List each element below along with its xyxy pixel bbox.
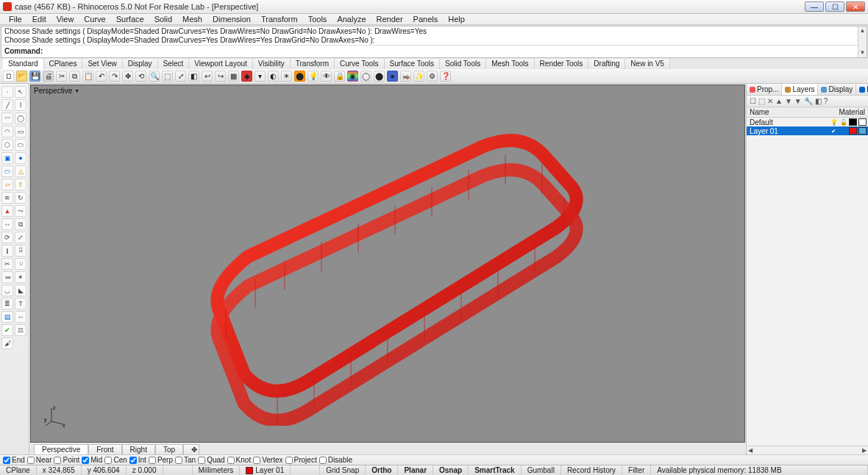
lightbulb-icon[interactable]: 💡: [307, 71, 319, 82]
join-icon[interactable]: ⫘: [1, 271, 13, 283]
tab-display[interactable]: Display: [123, 59, 158, 69]
zoom-extents-icon[interactable]: ⤢: [175, 71, 186, 82]
sweep-icon[interactable]: ⤳: [15, 205, 26, 217]
osnap-knot[interactable]: Knot: [227, 456, 252, 464]
menu-render[interactable]: Render: [371, 14, 408, 24]
array-icon[interactable]: ⠿: [15, 245, 26, 257]
layer-color-swatch[interactable]: [849, 118, 857, 126]
maximize-button[interactable]: ☐: [825, 1, 844, 12]
osnap-end[interactable]: End: [3, 456, 25, 464]
fillet-icon[interactable]: ◡: [1, 285, 13, 296]
tab-newinv5[interactable]: New in V5: [625, 59, 670, 69]
shade-toggle-icon[interactable]: ◯: [360, 71, 371, 82]
status-ortho[interactable]: Ortho: [366, 465, 398, 475]
cut-icon[interactable]: ✂: [56, 71, 67, 82]
split-icon[interactable]: ⑂: [15, 258, 26, 270]
lock-toggle-icon[interactable]: [839, 127, 847, 135]
undo-view-icon[interactable]: ↩: [202, 71, 213, 82]
cylinder-icon[interactable]: ⬭: [1, 165, 13, 177]
open-icon[interactable]: 📂: [16, 71, 27, 82]
tab-setview[interactable]: Set View: [82, 59, 122, 69]
material-swatch[interactable]: [858, 127, 867, 135]
tab-surfacetools[interactable]: Surface Tools: [385, 59, 440, 69]
layer-layer01[interactable]: Layer 01 ✔: [747, 126, 868, 135]
menu-analyze[interactable]: Analyze: [332, 14, 371, 24]
osnap-quad[interactable]: Quad: [198, 456, 224, 464]
viewport-label[interactable]: Perspective ▼: [34, 87, 79, 95]
status-units[interactable]: Millimeters: [193, 465, 241, 475]
cone-icon[interactable]: △: [15, 165, 26, 177]
paste-icon[interactable]: 📋: [82, 71, 93, 82]
text-icon[interactable]: T: [15, 298, 26, 310]
status-record[interactable]: Record History: [561, 465, 622, 475]
tab-cplanes[interactable]: CPlanes: [44, 59, 83, 69]
zoom-window-icon[interactable]: ⬚: [162, 71, 173, 82]
layer-down-icon[interactable]: ▼: [785, 97, 792, 105]
layer-up-icon[interactable]: ▲: [775, 97, 783, 105]
osnap-tan[interactable]: Tan: [175, 456, 196, 464]
four-viewports-icon[interactable]: ▦: [228, 71, 239, 82]
line-icon[interactable]: ╱: [1, 99, 13, 111]
ellipse-icon[interactable]: ⬭: [15, 139, 26, 151]
copy-tool-icon[interactable]: ⧉: [15, 218, 26, 230]
close-button[interactable]: ✕: [846, 1, 865, 12]
new-icon[interactable]: 🗋: [3, 71, 14, 82]
sphere-icon[interactable]: ●: [15, 152, 26, 164]
col-material[interactable]: Material: [833, 107, 868, 117]
osnap-vertex[interactable]: Vertex: [253, 456, 282, 464]
osnap-point[interactable]: Point: [54, 456, 79, 464]
dimension-tool-icon[interactable]: ↔: [15, 311, 26, 323]
rotate-icon[interactable]: ⟲: [135, 71, 146, 82]
filter-icon[interactable]: ⚙: [427, 71, 438, 82]
status-gridsnap[interactable]: Grid Snap: [320, 465, 366, 475]
undo-icon[interactable]: ↶: [96, 71, 107, 82]
tab-meshtools[interactable]: Mesh Tools: [486, 59, 534, 69]
filter-layers-icon[interactable]: ▼: [794, 97, 802, 105]
polyline-icon[interactable]: ⌇: [15, 99, 26, 111]
save-icon[interactable]: 💾: [29, 71, 40, 82]
osnap-mid[interactable]: Mid: [82, 456, 102, 464]
osnap-near[interactable]: Near: [27, 456, 52, 464]
tab-help[interactable]: Help: [856, 84, 868, 95]
layer-help-icon[interactable]: ?: [824, 97, 828, 105]
new-layer-icon[interactable]: ☐: [750, 97, 756, 105]
box-icon[interactable]: ▣: [1, 152, 13, 164]
loft-icon[interactable]: ≋: [1, 192, 13, 204]
polygon-icon[interactable]: ⬡: [1, 139, 13, 151]
print-icon[interactable]: 🖨: [43, 71, 54, 82]
visible-icon[interactable]: 💡: [830, 118, 838, 126]
lock-icon[interactable]: 🔒: [334, 71, 345, 82]
status-cplane[interactable]: CPlane: [0, 465, 37, 475]
extrude-icon[interactable]: ⇧: [15, 179, 26, 190]
view-tab-perspective[interactable]: Perspective: [34, 444, 88, 454]
redo-view-icon[interactable]: ↪: [215, 71, 226, 82]
move-icon[interactable]: ↔: [1, 218, 13, 230]
help-icon[interactable]: ❓: [440, 71, 451, 82]
tab-transform[interactable]: Transform: [291, 59, 335, 69]
render-icon[interactable]: ☀: [281, 71, 292, 82]
right-scrollbar[interactable]: ◀▶: [747, 446, 868, 454]
osnap-perp[interactable]: Perp: [149, 456, 173, 464]
command-scrollbar[interactable]: ▲▼: [858, 26, 867, 57]
record-history-icon[interactable]: ✨: [413, 71, 424, 82]
menu-dimension[interactable]: Dimension: [207, 14, 256, 24]
curve-icon[interactable]: 〰: [1, 113, 13, 124]
status-osnap[interactable]: Osnap: [433, 465, 469, 475]
render-preview-icon[interactable]: ●: [387, 71, 398, 82]
menu-mesh[interactable]: Mesh: [177, 14, 207, 24]
menu-file[interactable]: File: [4, 14, 27, 24]
analyze-mass-icon[interactable]: ⚖: [15, 324, 26, 336]
copy-icon[interactable]: ⧉: [69, 71, 80, 82]
layers-icon[interactable]: ◉: [347, 71, 358, 82]
menu-surface[interactable]: Surface: [111, 14, 149, 24]
mirror-icon[interactable]: ⫿: [1, 245, 13, 257]
redo-icon[interactable]: ↷: [109, 71, 120, 82]
status-gumball[interactable]: Gumball: [522, 465, 561, 475]
status-smarttrack[interactable]: SmartTrack: [469, 465, 521, 475]
tab-properties[interactable]: Prop...: [747, 84, 782, 95]
shade-icon[interactable]: ◐: [268, 71, 279, 82]
chamfer-icon[interactable]: ◣: [15, 285, 26, 296]
new-sublayer-icon[interactable]: ⬚: [758, 97, 765, 105]
explode-icon[interactable]: ✶: [15, 271, 26, 283]
arc-icon[interactable]: ◠: [1, 126, 13, 138]
